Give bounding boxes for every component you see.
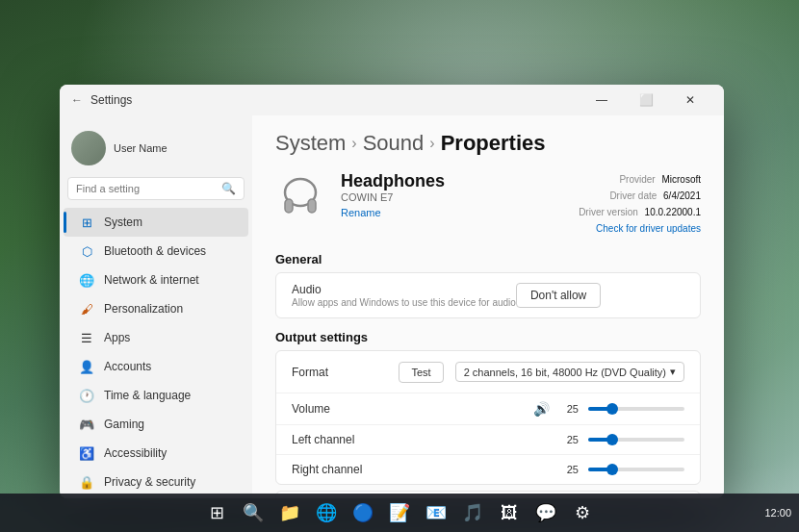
svg-rect-1 (285, 199, 293, 213)
sidebar-item-privacy[interactable]: 🔒 Privacy & security (64, 468, 248, 496)
back-button[interactable]: ← (71, 93, 83, 107)
sidebar-label-network: Network & internet (104, 273, 199, 287)
taskbar-browser-button[interactable]: 🌐 (309, 495, 344, 530)
sidebar-item-accessibility[interactable]: ♿ Accessibility (64, 439, 248, 468)
sidebar-label-time: Time & language (104, 389, 191, 402)
user-profile[interactable]: User Name (60, 123, 252, 177)
driver-info: Provider Microsoft Driver date 6/4/2021 … (579, 171, 701, 237)
audio-label: Audio (292, 283, 516, 296)
format-value: 2 channels, 16 bit, 48000 Hz (DVD Qualit… (464, 367, 666, 378)
accounts-icon: 👤 (79, 359, 94, 374)
right-channel-row: Right channel 25 (276, 455, 700, 484)
sidebar-item-network[interactable]: 🌐 Network & internet (64, 266, 248, 294)
taskbar-teams-button[interactable]: 💬 (528, 495, 563, 530)
driver-update-row: Check for driver updates (579, 220, 701, 237)
title-bar: ← Settings — ⬜ ✕ (60, 85, 724, 115)
right-channel-slider[interactable] (588, 468, 684, 471)
left-channel-label: Left channel (292, 433, 550, 446)
time-icon: 🕐 (79, 388, 94, 403)
format-select[interactable]: 2 channels, 16 bit, 48000 Hz (DVD Qualit… (455, 362, 684, 382)
taskbar-right: 12:00 (764, 507, 791, 519)
test-button[interactable]: Test (399, 362, 443, 383)
driver-version-label: Driver version (579, 207, 638, 217)
minimize-button[interactable]: — (580, 85, 624, 115)
taskbar: ⊞ 🔍 📁 🌐 🔵 📝 📧 🎵 🖼 💬 ⚙ 12:00 (0, 494, 799, 532)
avatar (71, 131, 106, 165)
taskbar-icons: ⊞ 🔍 📁 🌐 🔵 📝 📧 🎵 🖼 💬 ⚙ (199, 495, 600, 530)
sidebar-item-system[interactable]: ⊞ System (64, 208, 248, 237)
audio-sublabel: Allow apps and Windows to use this devic… (292, 297, 516, 308)
sidebar-item-apps[interactable]: ☰ Apps (64, 323, 248, 352)
sidebar-item-time[interactable]: 🕐 Time & language (64, 381, 248, 410)
bluetooth-icon: ⬡ (79, 243, 94, 259)
window-controls: — ⬜ ✕ (580, 85, 712, 115)
sidebar-label-system: System (104, 215, 142, 229)
right-channel-label: Right channel (292, 463, 550, 476)
privacy-icon: 🔒 (79, 474, 94, 490)
gaming-icon: 🎮 (79, 417, 94, 432)
volume-slider-track[interactable] (588, 407, 684, 411)
device-header: Headphones COWIN E7 Rename Provider Micr… (275, 171, 701, 237)
device-name: Headphones (341, 171, 445, 191)
chevron-down-icon: ▾ (670, 366, 676, 378)
sidebar-item-bluetooth[interactable]: ⬡ Bluetooth & devices (64, 237, 248, 266)
driver-date-row: Driver date 6/4/2021 (579, 188, 701, 204)
breadcrumb-sep-2: › (429, 135, 434, 152)
accessibility-icon: ♿ (79, 445, 94, 461)
sidebar-label-bluetooth: Bluetooth & devices (104, 244, 206, 258)
search-icon: 🔍 (221, 182, 236, 195)
close-button[interactable]: ✕ (668, 85, 712, 115)
taskbar-files-button[interactable]: 📁 (272, 495, 307, 530)
right-channel-value: 25 (559, 464, 579, 475)
left-channel-slider[interactable] (588, 438, 684, 442)
format-row: Format Test 2 channels, 16 bit, 48000 Hz… (276, 351, 700, 393)
left-channel-value: 25 (559, 434, 579, 445)
audio-row: Audio Allow apps and Windows to use this… (276, 273, 700, 317)
sidebar-item-accounts[interactable]: 👤 Accounts (64, 352, 248, 381)
breadcrumb-sep-1: › (351, 135, 356, 152)
sidebar: User Name 🔍 ⊞ System ⬡ Bluetooth & devic… (60, 115, 252, 498)
volume-row: Volume 🔊 25 (276, 393, 700, 425)
taskbar-photos-button[interactable]: 🖼 (492, 495, 527, 530)
taskbar-settings-button[interactable]: ⚙ (565, 495, 600, 530)
general-card: Audio Allow apps and Windows to use this… (275, 272, 701, 318)
sidebar-search-container: 🔍 (67, 177, 245, 200)
taskbar-store-button[interactable]: 🔵 (346, 495, 380, 530)
apps-icon: ☰ (79, 330, 94, 345)
breadcrumb-current: Properties (441, 131, 546, 156)
format-label: Format (292, 366, 387, 379)
dont-allow-button[interactable]: Don't allow (516, 283, 601, 308)
driver-version-row: Driver version 10.0.22000.1 (579, 204, 701, 220)
device-info: Headphones COWIN E7 Rename (341, 171, 445, 220)
taskbar-office-button[interactable]: 📝 (382, 495, 417, 530)
breadcrumb-sound[interactable]: Sound (363, 131, 425, 156)
driver-update-link[interactable]: Check for driver updates (596, 223, 701, 234)
sidebar-label-gaming: Gaming (104, 418, 144, 431)
volume-label: Volume (292, 402, 524, 416)
driver-date-value: 6/4/2021 (663, 190, 701, 201)
system-icon: ⊞ (79, 215, 94, 230)
window-body: User Name 🔍 ⊞ System ⬡ Bluetooth & devic… (60, 115, 724, 498)
left-channel-row: Left channel 25 (276, 425, 700, 455)
sidebar-label-apps: Apps (104, 331, 130, 344)
volume-icon: 🔊 (533, 401, 550, 417)
search-input[interactable] (76, 183, 216, 194)
personalization-icon: 🖌 (79, 301, 94, 317)
taskbar-media-button[interactable]: 🎵 (455, 495, 490, 530)
rename-link[interactable]: Rename (341, 207, 381, 218)
sidebar-item-personalization[interactable]: 🖌 Personalization (64, 294, 248, 323)
taskbar-search-button[interactable]: 🔍 (236, 495, 271, 530)
output-section-header: Output settings (275, 330, 701, 344)
network-icon: 🌐 (79, 272, 94, 288)
taskbar-time: 12:00 (764, 507, 791, 519)
settings-window: ← Settings — ⬜ ✕ User Name 🔍 ⊞ System (60, 85, 724, 498)
maximize-button[interactable]: ⬜ (624, 85, 668, 115)
sidebar-item-gaming[interactable]: 🎮 Gaming (64, 410, 248, 439)
audio-label-block: Audio Allow apps and Windows to use this… (292, 283, 516, 308)
user-name: User Name (114, 141, 168, 155)
taskbar-mail-button[interactable]: 📧 (419, 495, 453, 530)
volume-value: 25 (559, 403, 579, 415)
breadcrumb-system[interactable]: System (275, 131, 346, 156)
taskbar-start-button[interactable]: ⊞ (199, 495, 234, 530)
sidebar-label-privacy: Privacy & security (104, 475, 195, 489)
